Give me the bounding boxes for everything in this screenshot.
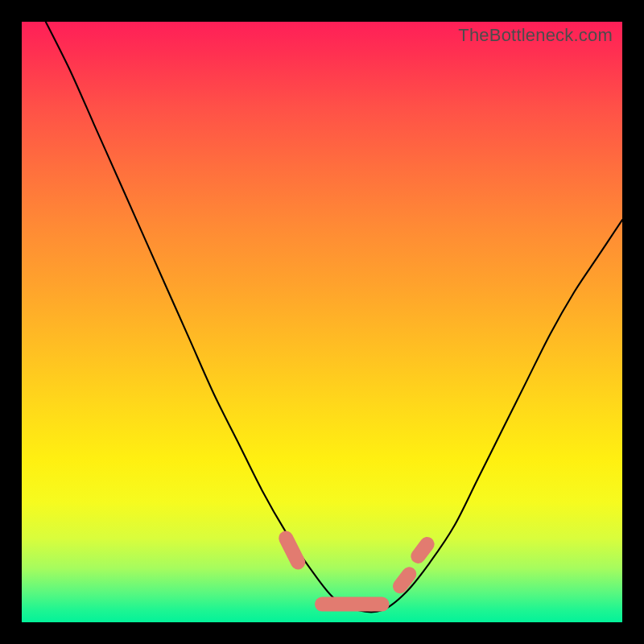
- chart-frame: TheBottleneck.com: [0, 0, 644, 644]
- left-descent-pill: [286, 539, 298, 563]
- markers-group: [286, 539, 427, 605]
- plot-area: TheBottleneck.com: [22, 22, 622, 622]
- curve-svg: [22, 22, 622, 622]
- ascent-dot-upper: [418, 544, 427, 556]
- ascent-dot-lower: [400, 574, 409, 586]
- bottleneck-curve: [46, 22, 622, 612]
